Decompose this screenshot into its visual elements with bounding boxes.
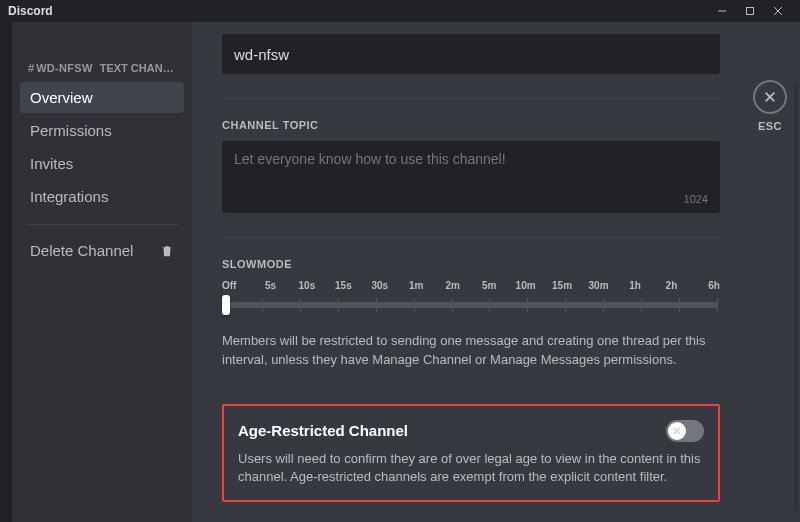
sidebar-item-permissions[interactable]: Permissions <box>20 115 184 146</box>
sidebar-separator <box>26 224 178 225</box>
slowmode-tick-labels: Off5s10s15s30s1m2m5m10m15m30m1h2h6h <box>222 280 720 291</box>
titlebar: Discord <box>0 0 800 22</box>
sidebar-item-label: Permissions <box>30 122 112 139</box>
toggle-knob <box>668 422 686 440</box>
window-maximize-button[interactable] <box>736 0 764 22</box>
app-brand: Discord <box>8 4 53 18</box>
channel-topic-input[interactable]: Let everyone know how to use this channe… <box>222 141 720 213</box>
channel-topic-placeholder: Let everyone know how to use this channe… <box>234 151 506 167</box>
age-restricted-section: Age-Restricted Channel Users will need t… <box>222 404 720 502</box>
esc-label: ESC <box>758 120 782 132</box>
hash-icon: # <box>28 62 34 74</box>
channel-topic-charcount: 1024 <box>684 193 708 205</box>
sidebar-item-label: Integrations <box>30 188 108 205</box>
guild-rail <box>0 22 12 522</box>
settings-content: wd-nfsw CHANNEL TOPIC Let everyone know … <box>192 22 740 522</box>
close-icon <box>672 426 682 436</box>
close-settings-button[interactable]: ESC <box>753 80 787 132</box>
slowmode-description: Members will be restricted to sending on… <box>222 332 720 370</box>
sidebar-item-delete-channel[interactable]: Delete Channel <box>20 235 184 266</box>
sidebar-item-overview[interactable]: Overview <box>20 82 184 113</box>
age-restricted-toggle[interactable] <box>666 420 704 442</box>
svg-rect-1 <box>747 8 754 15</box>
trash-icon <box>160 244 174 258</box>
sidebar-item-label: Invites <box>30 155 73 172</box>
close-icon <box>753 80 787 114</box>
sidebar-item-label: Delete Channel <box>30 242 133 259</box>
section-divider <box>222 237 720 238</box>
channel-name-value: wd-nfsw <box>234 46 289 63</box>
sidebar-header: #WD-NFSW TEXT CHANNE... <box>20 62 184 82</box>
slowmode-label: SLOWMODE <box>222 258 720 270</box>
age-restricted-title: Age-Restricted Channel <box>238 422 408 439</box>
slowmode-slider[interactable]: Off5s10s15s30s1m2m5m10m15m30m1h2h6h <box>222 280 720 322</box>
window-minimize-button[interactable] <box>708 0 736 22</box>
channel-topic-label: CHANNEL TOPIC <box>222 119 720 131</box>
channel-name-input[interactable]: wd-nfsw <box>222 34 720 74</box>
sidebar-item-label: Overview <box>30 89 93 106</box>
section-divider <box>222 98 720 99</box>
slider-ticks <box>224 298 718 312</box>
age-restricted-description: Users will need to confirm they are of o… <box>238 450 704 486</box>
window-close-button[interactable] <box>764 0 792 22</box>
scrollbar-track[interactable] <box>794 82 798 512</box>
slider-handle[interactable] <box>222 295 230 315</box>
settings-sidebar: #WD-NFSW TEXT CHANNE... Overview Permiss… <box>12 22 192 522</box>
sidebar-item-integrations[interactable]: Integrations <box>20 181 184 212</box>
sidebar-item-invites[interactable]: Invites <box>20 148 184 179</box>
